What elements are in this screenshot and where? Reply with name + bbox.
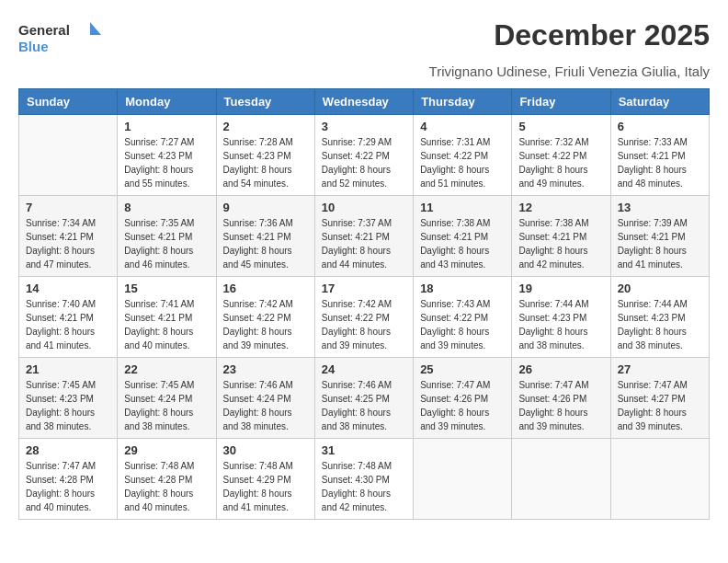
day-number: 18	[420, 282, 505, 295]
header: General Blue December 2025	[18, 18, 710, 60]
day-number: 11	[420, 201, 505, 214]
calendar-cell: 13 Sunrise: 7:39 AMSunset: 4:21 PMDaylig…	[610, 196, 709, 277]
day-info: Sunrise: 7:36 AMSunset: 4:21 PMDaylight:…	[223, 216, 308, 271]
day-info: Sunrise: 7:44 AMSunset: 4:23 PMDaylight:…	[518, 297, 603, 352]
calendar-week-4: 21 Sunrise: 7:45 AMSunset: 4:23 PMDaylig…	[19, 358, 710, 439]
day-number: 25	[420, 362, 505, 376]
logo-svg: General Blue	[18, 18, 101, 60]
calendar-week-1: 1 Sunrise: 7:27 AMSunset: 4:23 PMDayligh…	[19, 115, 710, 196]
title-block: December 2025	[494, 18, 710, 52]
weekday-monday: Monday	[118, 89, 216, 115]
day-info: Sunrise: 7:47 AMSunset: 4:27 PMDaylight:…	[618, 378, 702, 433]
day-number: 21	[26, 362, 110, 376]
day-info: Sunrise: 7:47 AMSunset: 4:26 PMDaylight:…	[420, 378, 505, 433]
calendar-cell: 16 Sunrise: 7:42 AMSunset: 4:22 PMDaylig…	[216, 277, 314, 358]
day-number: 27	[618, 362, 702, 376]
svg-marker-2	[90, 22, 101, 35]
calendar-week-5: 28 Sunrise: 7:47 AMSunset: 4:28 PMDaylig…	[19, 439, 710, 520]
calendar-cell: 12 Sunrise: 7:38 AMSunset: 4:21 PMDaylig…	[512, 196, 610, 277]
calendar-cell: 14 Sunrise: 7:40 AMSunset: 4:21 PMDaylig…	[19, 277, 118, 358]
calendar-cell: 5 Sunrise: 7:32 AMSunset: 4:22 PMDayligh…	[512, 115, 610, 196]
day-info: Sunrise: 7:39 AMSunset: 4:21 PMDaylight:…	[618, 216, 702, 271]
page-container: General Blue December 2025 Trivignano Ud…	[18, 18, 710, 520]
day-info: Sunrise: 7:46 AMSunset: 4:25 PMDaylight:…	[322, 378, 406, 433]
day-number: 23	[223, 362, 308, 376]
day-number: 4	[420, 120, 505, 133]
calendar-cell: 30 Sunrise: 7:48 AMSunset: 4:29 PMDaylig…	[216, 439, 314, 520]
day-number: 6	[618, 120, 702, 133]
day-info: Sunrise: 7:43 AMSunset: 4:22 PMDaylight:…	[420, 297, 505, 352]
calendar-week-3: 14 Sunrise: 7:40 AMSunset: 4:21 PMDaylig…	[19, 277, 710, 358]
month-title: December 2025	[494, 18, 710, 52]
day-number: 12	[518, 201, 603, 214]
calendar-cell: 19 Sunrise: 7:44 AMSunset: 4:23 PMDaylig…	[512, 277, 610, 358]
day-info: Sunrise: 7:46 AMSunset: 4:24 PMDaylight:…	[223, 378, 308, 433]
calendar-table: SundayMondayTuesdayWednesdayThursdayFrid…	[18, 88, 710, 520]
calendar-cell	[512, 439, 610, 520]
weekday-wednesday: Wednesday	[314, 89, 413, 115]
day-number: 22	[124, 362, 209, 376]
day-number: 10	[322, 201, 406, 214]
day-info: Sunrise: 7:45 AMSunset: 4:24 PMDaylight:…	[124, 378, 209, 433]
day-info: Sunrise: 7:35 AMSunset: 4:21 PMDaylight:…	[124, 216, 209, 271]
day-info: Sunrise: 7:42 AMSunset: 4:22 PMDaylight:…	[223, 297, 308, 352]
day-number: 26	[518, 362, 603, 376]
svg-text:Blue: Blue	[18, 39, 49, 54]
day-number: 3	[322, 120, 406, 133]
day-info: Sunrise: 7:37 AMSunset: 4:21 PMDaylight:…	[322, 216, 406, 271]
calendar-cell: 3 Sunrise: 7:29 AMSunset: 4:22 PMDayligh…	[314, 115, 413, 196]
calendar-cell: 7 Sunrise: 7:34 AMSunset: 4:21 PMDayligh…	[19, 196, 118, 277]
calendar-cell: 22 Sunrise: 7:45 AMSunset: 4:24 PMDaylig…	[118, 358, 216, 439]
calendar-cell: 20 Sunrise: 7:44 AMSunset: 4:23 PMDaylig…	[610, 277, 709, 358]
calendar-cell: 29 Sunrise: 7:48 AMSunset: 4:28 PMDaylig…	[118, 439, 216, 520]
calendar-cell	[610, 439, 709, 520]
calendar-cell: 26 Sunrise: 7:47 AMSunset: 4:26 PMDaylig…	[512, 358, 610, 439]
day-info: Sunrise: 7:44 AMSunset: 4:23 PMDaylight:…	[618, 297, 702, 352]
day-number: 2	[223, 120, 308, 133]
calendar-cell: 24 Sunrise: 7:46 AMSunset: 4:25 PMDaylig…	[314, 358, 413, 439]
calendar-cell	[19, 115, 118, 196]
day-info: Sunrise: 7:40 AMSunset: 4:21 PMDaylight:…	[26, 297, 110, 352]
day-info: Sunrise: 7:47 AMSunset: 4:26 PMDaylight:…	[518, 378, 603, 433]
calendar-cell: 17 Sunrise: 7:42 AMSunset: 4:22 PMDaylig…	[314, 277, 413, 358]
calendar-cell: 28 Sunrise: 7:47 AMSunset: 4:28 PMDaylig…	[19, 439, 118, 520]
day-number: 29	[124, 443, 209, 457]
calendar-cell: 23 Sunrise: 7:46 AMSunset: 4:24 PMDaylig…	[216, 358, 314, 439]
day-number: 16	[223, 282, 308, 295]
day-info: Sunrise: 7:48 AMSunset: 4:28 PMDaylight:…	[124, 459, 209, 514]
day-info: Sunrise: 7:31 AMSunset: 4:22 PMDaylight:…	[420, 135, 505, 190]
calendar-cell: 31 Sunrise: 7:48 AMSunset: 4:30 PMDaylig…	[314, 439, 413, 520]
day-info: Sunrise: 7:28 AMSunset: 4:23 PMDaylight:…	[223, 135, 308, 190]
calendar-cell: 8 Sunrise: 7:35 AMSunset: 4:21 PMDayligh…	[118, 196, 216, 277]
day-number: 9	[223, 201, 308, 214]
subtitle: Trivignano Udinese, Friuli Venezia Giuli…	[18, 63, 710, 79]
day-number: 20	[618, 282, 702, 295]
day-number: 7	[26, 201, 110, 214]
calendar-cell: 10 Sunrise: 7:37 AMSunset: 4:21 PMDaylig…	[314, 196, 413, 277]
day-info: Sunrise: 7:34 AMSunset: 4:21 PMDaylight:…	[26, 216, 110, 271]
day-info: Sunrise: 7:33 AMSunset: 4:21 PMDaylight:…	[618, 135, 702, 190]
day-number: 15	[124, 282, 209, 295]
day-number: 1	[124, 120, 209, 133]
weekday-header-row: SundayMondayTuesdayWednesdayThursdayFrid…	[19, 89, 710, 115]
day-info: Sunrise: 7:27 AMSunset: 4:23 PMDaylight:…	[124, 135, 209, 190]
day-info: Sunrise: 7:48 AMSunset: 4:29 PMDaylight:…	[223, 459, 308, 514]
day-info: Sunrise: 7:32 AMSunset: 4:22 PMDaylight:…	[518, 135, 603, 190]
weekday-sunday: Sunday	[19, 89, 118, 115]
day-info: Sunrise: 7:38 AMSunset: 4:21 PMDaylight:…	[420, 216, 505, 271]
calendar-cell: 21 Sunrise: 7:45 AMSunset: 4:23 PMDaylig…	[19, 358, 118, 439]
day-info: Sunrise: 7:41 AMSunset: 4:21 PMDaylight:…	[124, 297, 209, 352]
day-number: 31	[322, 443, 406, 457]
day-info: Sunrise: 7:29 AMSunset: 4:22 PMDaylight:…	[322, 135, 406, 190]
day-number: 19	[518, 282, 603, 295]
day-number: 28	[26, 443, 110, 457]
day-info: Sunrise: 7:45 AMSunset: 4:23 PMDaylight:…	[26, 378, 110, 433]
calendar-cell: 27 Sunrise: 7:47 AMSunset: 4:27 PMDaylig…	[610, 358, 709, 439]
calendar-cell: 11 Sunrise: 7:38 AMSunset: 4:21 PMDaylig…	[414, 196, 512, 277]
day-info: Sunrise: 7:42 AMSunset: 4:22 PMDaylight:…	[322, 297, 406, 352]
logo: General Blue	[18, 18, 101, 60]
day-number: 8	[124, 201, 209, 214]
day-info: Sunrise: 7:38 AMSunset: 4:21 PMDaylight:…	[518, 216, 603, 271]
calendar-week-2: 7 Sunrise: 7:34 AMSunset: 4:21 PMDayligh…	[19, 196, 710, 277]
calendar-cell: 18 Sunrise: 7:43 AMSunset: 4:22 PMDaylig…	[414, 277, 512, 358]
